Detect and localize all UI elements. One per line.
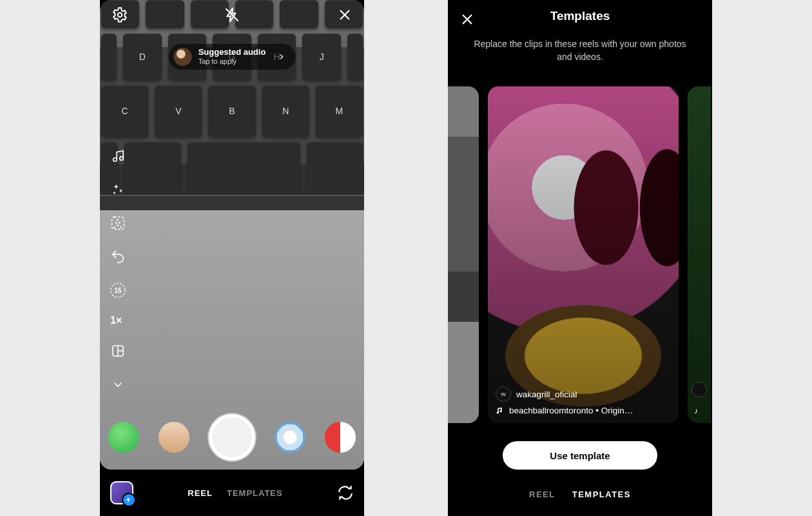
sparkles-icon[interactable] [109, 181, 127, 199]
template-card-next[interactable]: ♪ [688, 86, 711, 423]
use-template-label: Use template [550, 450, 610, 461]
author-avatar: W [496, 386, 511, 402]
template-card[interactable]: W wakagrill_oficial beachballroomtoronto… [488, 86, 679, 423]
gallery-button[interactable] [110, 481, 133, 504]
audio-avatar [174, 48, 192, 66]
templates-carousel[interactable]: W wakagrill_oficial beachballroomtoronto… [448, 84, 712, 426]
template-meta: W wakagrill_oficial beachballroomtoronto… [496, 382, 671, 415]
close-icon[interactable] [459, 12, 475, 27]
tab-templates[interactable]: TEMPLATES [227, 488, 283, 498]
svg-point-6 [116, 220, 120, 224]
audio-pill-subtitle: Tap to apply [198, 57, 266, 66]
effect-thumb[interactable] [325, 422, 356, 453]
music-icon: ♪ [694, 406, 698, 415]
speed-control[interactable]: 1× [109, 315, 127, 326]
phone-screen-templates: Templates Replace the clips in these ree… [448, 0, 712, 516]
suggested-audio-pill[interactable]: Suggested audio Tap to apply [169, 44, 296, 70]
audio-pill-title: Suggested audio [198, 48, 266, 57]
camera-background-keys: DFGHJ CVBNM [100, 0, 364, 200]
chevron-down-icon[interactable] [109, 375, 127, 393]
mode-tabs: REEL TEMPLATES [188, 488, 282, 498]
tab-reel[interactable]: REEL [529, 490, 556, 499]
settings-icon[interactable] [111, 6, 128, 23]
timer-icon[interactable]: 15 [109, 281, 127, 299]
person-scan-icon[interactable] [109, 214, 127, 232]
effects-row [100, 414, 364, 461]
mode-tabs: REEL TEMPLATES [448, 490, 712, 499]
template-card-prev[interactable] [448, 86, 479, 423]
tab-reel[interactable]: REEL [188, 488, 213, 498]
svg-rect-7 [112, 217, 124, 230]
use-template-button[interactable]: Use template [503, 441, 657, 470]
effect-thumb[interactable] [159, 422, 189, 453]
effect-thumb[interactable] [108, 422, 139, 453]
camera-topbar [100, 6, 364, 23]
music-icon[interactable] [109, 147, 127, 165]
effect-thumb[interactable] [275, 422, 305, 453]
page-title: Templates [448, 9, 712, 23]
flash-off-icon[interactable] [224, 6, 240, 23]
undo-icon[interactable] [109, 248, 127, 266]
music-icon [496, 406, 504, 415]
tab-templates[interactable]: TEMPLATES [572, 490, 631, 499]
chevron-right-icon [277, 53, 285, 61]
templates-header: Templates [448, 9, 712, 23]
close-icon[interactable] [337, 7, 353, 23]
capture-button[interactable] [209, 414, 255, 461]
camera-tool-rail: 15 1× [109, 147, 127, 393]
template-author: wakagrill_oficial [516, 390, 577, 399]
svg-point-0 [118, 13, 122, 17]
switch-camera-icon[interactable] [337, 484, 354, 501]
layout-icon[interactable] [109, 342, 127, 360]
timer-label: 15 [114, 287, 121, 294]
phone-screen-reel-camera: DFGHJ CVBNM Suggested [100, 0, 364, 516]
audio-pill-text: Suggested audio Tap to apply [198, 48, 266, 66]
author-avatar [691, 382, 707, 397]
template-audio: beachballroomtoronto • Origin… [509, 406, 633, 415]
camera-viewport: DFGHJ CVBNM Suggested [100, 0, 364, 470]
camera-bottom-bar: REEL TEMPLATES [100, 470, 364, 516]
page-subtitle: Replace the clips in these reels with yo… [467, 37, 693, 64]
